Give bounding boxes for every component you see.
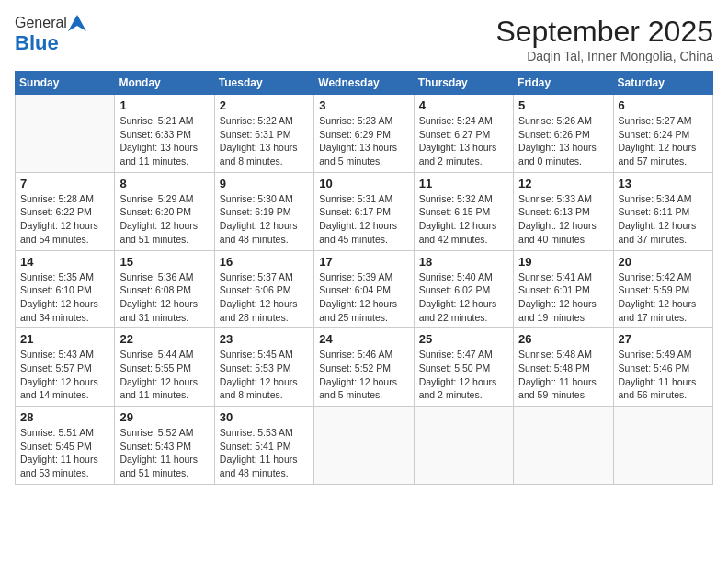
month-title: September 2025 (495, 15, 713, 49)
day-number: 25 (419, 332, 508, 346)
day-info: Sunrise: 5:21 AM Sunset: 6:33 PM Dayligh… (119, 114, 209, 168)
day-number: 15 (119, 255, 209, 269)
weekday-header: Sunday (16, 72, 115, 95)
svg-marker-0 (68, 15, 86, 31)
calendar-cell: 7Sunrise: 5:28 AM Sunset: 6:22 PM Daylig… (16, 172, 115, 250)
day-number: 24 (319, 332, 408, 346)
day-info: Sunrise: 5:34 AM Sunset: 6:11 PM Dayligh… (619, 192, 708, 247)
day-number: 29 (119, 410, 209, 424)
day-info: Sunrise: 5:51 AM Sunset: 5:45 PM Dayligh… (20, 426, 109, 480)
day-number: 23 (220, 332, 309, 346)
calendar-cell: 8Sunrise: 5:29 AM Sunset: 6:20 PM Daylig… (115, 172, 214, 250)
calendar-cell (16, 95, 115, 173)
day-number: 28 (20, 410, 109, 424)
calendar-week-row: 14Sunrise: 5:35 AM Sunset: 6:10 PM Dayli… (16, 250, 713, 328)
page-header: General Blue September 2025 Daqin Tal, I… (15, 15, 713, 63)
day-info: Sunrise: 5:49 AM Sunset: 5:46 PM Dayligh… (619, 348, 708, 402)
calendar-cell: 20Sunrise: 5:42 AM Sunset: 5:59 PM Dayli… (613, 250, 712, 328)
calendar-cell: 16Sunrise: 5:37 AM Sunset: 6:06 PM Dayli… (214, 250, 313, 328)
day-info: Sunrise: 5:53 AM Sunset: 5:41 PM Dayligh… (220, 426, 309, 480)
calendar-cell: 28Sunrise: 5:51 AM Sunset: 5:45 PM Dayli… (16, 407, 115, 485)
location-text: Daqin Tal, Inner Mongolia, China (495, 49, 713, 63)
day-info: Sunrise: 5:36 AM Sunset: 6:08 PM Dayligh… (119, 270, 209, 325)
day-number: 21 (20, 332, 109, 346)
calendar-week-row: 7Sunrise: 5:28 AM Sunset: 6:22 PM Daylig… (16, 172, 713, 250)
weekday-header: Friday (514, 72, 613, 95)
calendar-week-row: 21Sunrise: 5:43 AM Sunset: 5:57 PM Dayli… (16, 328, 713, 407)
day-info: Sunrise: 5:22 AM Sunset: 6:31 PM Dayligh… (220, 114, 309, 168)
calendar-cell (314, 407, 414, 485)
calendar-cell: 25Sunrise: 5:47 AM Sunset: 5:50 PM Dayli… (414, 328, 513, 407)
day-info: Sunrise: 5:42 AM Sunset: 5:59 PM Dayligh… (619, 270, 708, 325)
calendar-cell (613, 407, 712, 485)
day-info: Sunrise: 5:46 AM Sunset: 5:52 PM Dayligh… (319, 348, 408, 402)
calendar-cell: 21Sunrise: 5:43 AM Sunset: 5:57 PM Dayli… (16, 328, 115, 407)
day-number: 27 (619, 332, 708, 346)
day-number: 7 (20, 177, 109, 190)
calendar-cell (514, 407, 613, 485)
day-number: 13 (619, 177, 708, 190)
calendar-cell: 4Sunrise: 5:24 AM Sunset: 6:27 PM Daylig… (414, 95, 513, 173)
calendar-cell: 1Sunrise: 5:21 AM Sunset: 6:33 PM Daylig… (115, 95, 214, 173)
day-info: Sunrise: 5:52 AM Sunset: 5:43 PM Dayligh… (119, 426, 209, 480)
logo: General Blue (15, 15, 86, 55)
calendar-cell: 5Sunrise: 5:26 AM Sunset: 6:26 PM Daylig… (514, 95, 613, 173)
calendar-cell: 2Sunrise: 5:22 AM Sunset: 6:31 PM Daylig… (214, 95, 313, 173)
day-info: Sunrise: 5:43 AM Sunset: 5:57 PM Dayligh… (20, 348, 109, 402)
calendar-cell: 3Sunrise: 5:23 AM Sunset: 6:29 PM Daylig… (314, 95, 414, 173)
weekday-header: Tuesday (214, 72, 313, 95)
calendar-cell: 14Sunrise: 5:35 AM Sunset: 6:10 PM Dayli… (16, 250, 115, 328)
day-number: 11 (419, 177, 508, 190)
day-info: Sunrise: 5:44 AM Sunset: 5:55 PM Dayligh… (119, 348, 209, 402)
calendar-week-row: 1Sunrise: 5:21 AM Sunset: 6:33 PM Daylig… (16, 95, 713, 173)
day-info: Sunrise: 5:28 AM Sunset: 6:22 PM Dayligh… (20, 192, 109, 247)
day-info: Sunrise: 5:30 AM Sunset: 6:19 PM Dayligh… (220, 192, 309, 247)
day-number: 4 (419, 98, 508, 112)
calendar-cell: 10Sunrise: 5:31 AM Sunset: 6:17 PM Dayli… (314, 172, 414, 250)
calendar-cell: 22Sunrise: 5:44 AM Sunset: 5:55 PM Dayli… (115, 328, 214, 407)
calendar-cell: 6Sunrise: 5:27 AM Sunset: 6:24 PM Daylig… (613, 95, 712, 173)
title-block: September 2025 Daqin Tal, Inner Mongolia… (495, 15, 713, 63)
day-info: Sunrise: 5:40 AM Sunset: 6:02 PM Dayligh… (419, 270, 508, 325)
day-info: Sunrise: 5:48 AM Sunset: 5:48 PM Dayligh… (518, 348, 608, 402)
calendar-cell: 29Sunrise: 5:52 AM Sunset: 5:43 PM Dayli… (115, 407, 214, 485)
day-number: 20 (619, 255, 708, 269)
calendar-cell: 27Sunrise: 5:49 AM Sunset: 5:46 PM Dayli… (613, 328, 712, 407)
day-info: Sunrise: 5:35 AM Sunset: 6:10 PM Dayligh… (20, 270, 109, 325)
day-number: 8 (119, 177, 209, 190)
day-number: 12 (518, 177, 608, 190)
day-info: Sunrise: 5:27 AM Sunset: 6:24 PM Dayligh… (619, 114, 708, 168)
day-info: Sunrise: 5:32 AM Sunset: 6:15 PM Dayligh… (419, 192, 508, 247)
weekday-header: Thursday (414, 72, 513, 95)
day-info: Sunrise: 5:26 AM Sunset: 6:26 PM Dayligh… (518, 114, 608, 168)
day-info: Sunrise: 5:39 AM Sunset: 6:04 PM Dayligh… (319, 270, 408, 325)
logo-general-text: General (15, 15, 67, 31)
day-number: 2 (220, 98, 309, 112)
day-info: Sunrise: 5:37 AM Sunset: 6:06 PM Dayligh… (220, 270, 309, 325)
day-info: Sunrise: 5:47 AM Sunset: 5:50 PM Dayligh… (419, 348, 508, 402)
calendar-cell: 9Sunrise: 5:30 AM Sunset: 6:19 PM Daylig… (214, 172, 313, 250)
day-number: 5 (518, 98, 608, 112)
calendar-cell: 30Sunrise: 5:53 AM Sunset: 5:41 PM Dayli… (214, 407, 313, 485)
day-number: 22 (119, 332, 209, 346)
day-info: Sunrise: 5:45 AM Sunset: 5:53 PM Dayligh… (220, 348, 309, 402)
day-number: 19 (518, 255, 608, 269)
calendar-cell: 12Sunrise: 5:33 AM Sunset: 6:13 PM Dayli… (514, 172, 613, 250)
calendar-cell: 24Sunrise: 5:46 AM Sunset: 5:52 PM Dayli… (314, 328, 414, 407)
day-info: Sunrise: 5:33 AM Sunset: 6:13 PM Dayligh… (518, 192, 608, 247)
calendar-cell: 19Sunrise: 5:41 AM Sunset: 6:01 PM Dayli… (514, 250, 613, 328)
calendar-week-row: 28Sunrise: 5:51 AM Sunset: 5:45 PM Dayli… (16, 407, 713, 485)
day-info: Sunrise: 5:29 AM Sunset: 6:20 PM Dayligh… (119, 192, 209, 247)
calendar-cell: 13Sunrise: 5:34 AM Sunset: 6:11 PM Dayli… (613, 172, 712, 250)
calendar-cell: 23Sunrise: 5:45 AM Sunset: 5:53 PM Dayli… (214, 328, 313, 407)
logo-bird-icon (68, 15, 86, 31)
day-info: Sunrise: 5:23 AM Sunset: 6:29 PM Dayligh… (319, 114, 408, 168)
calendar-header-row: SundayMondayTuesdayWednesdayThursdayFrid… (16, 72, 713, 95)
calendar-cell: 26Sunrise: 5:48 AM Sunset: 5:48 PM Dayli… (514, 328, 613, 407)
day-number: 16 (220, 255, 309, 269)
calendar-cell: 18Sunrise: 5:40 AM Sunset: 6:02 PM Dayli… (414, 250, 513, 328)
day-number: 17 (319, 255, 408, 269)
day-number: 14 (20, 255, 109, 269)
day-number: 1 (119, 98, 209, 112)
calendar-table: SundayMondayTuesdayWednesdayThursdayFrid… (15, 71, 713, 485)
